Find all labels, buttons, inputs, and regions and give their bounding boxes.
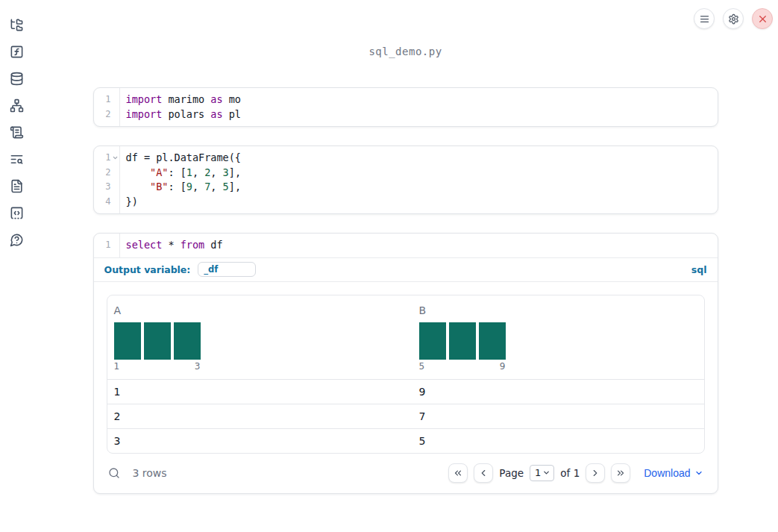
code-token: : [ [168,166,186,178]
table-cell: 1 [107,380,412,404]
histogram-bar [114,322,141,360]
table-cell: 9 [412,380,704,404]
line-number: 2 [105,166,110,181]
chevron-down-icon [542,469,550,477]
page-label: Page [499,467,524,479]
code-line: 1df = pl.DataFrame({ [94,151,718,166]
code-text: df = pl.DataFrame({ [119,151,241,166]
code-line: 1import marimo as mo [94,93,718,107]
code-text: "B": [9, 7, 5], [119,180,242,195]
histogram-axis: 59 [419,361,506,372]
database-icon[interactable] [3,65,30,92]
function-square-icon[interactable] [3,38,30,65]
code-token: df [204,239,222,251]
code-token: import [126,108,163,120]
code-token: "A" [150,166,168,178]
table-cell: 7 [412,404,704,428]
line-number-gutter: 1 [94,93,119,107]
line-number: 4 [105,195,110,210]
output-variable-label: Output variable: [104,264,191,275]
histogram-axis: 13 [114,361,201,372]
code-token: ], [229,166,241,178]
cell-output: A13B59 192735 3 rows [94,282,718,493]
line-number-gutter: 3 [94,180,119,195]
help-bubble-icon[interactable] [3,226,30,253]
code-token: , [210,181,222,193]
table-row[interactable]: 35 [107,428,704,453]
code-snippet-icon[interactable] [3,199,30,226]
fold-chevron-icon[interactable] [112,154,119,161]
table-row[interactable]: 19 [107,379,704,404]
page-select-value: 1 [535,467,541,478]
notebook-filename[interactable]: sql_demo.py [93,46,718,57]
code-token: as [210,108,222,120]
code-token: , [210,166,222,178]
histogram-bar [449,322,476,360]
download-button[interactable]: Download [644,467,703,479]
table-cell: 2 [107,404,412,428]
code-token: "B" [150,181,168,193]
chevron-down-icon [694,469,703,478]
histogram-bar [419,322,446,360]
code-token [126,166,151,178]
code-token: 9 [186,181,192,193]
column-header[interactable]: B59 [412,295,704,379]
line-number-gutter: 4 [94,195,119,210]
code-token: }) [126,195,138,207]
code-text: select * from df [119,238,223,253]
code-token: 5 [223,181,229,193]
last-page-button[interactable] [611,463,630,483]
code-token: , [192,181,204,193]
code-line: 3 "B": [9, 7, 5], [94,180,718,195]
language-badge[interactable]: sql [691,264,707,275]
column-header-label: B [419,304,704,316]
code-editor[interactable]: 1import marimo as mo2import polars as pl [94,88,718,126]
column-histogram [419,322,704,360]
column-header-label: A [114,304,412,316]
line-number-gutter: 2 [94,166,119,181]
code-text: "A": [1, 2, 3], [119,166,242,181]
code-cell-imports: 1import marimo as mo2import polars as pl [93,87,718,127]
code-line: 4}) [94,195,718,210]
notebook-main: sql_demo.py 1import marimo as mo2import … [33,0,778,532]
output-variable-row: Output variable: sql [94,258,718,282]
download-label: Download [644,467,690,479]
code-text: }) [119,195,138,210]
search-icon[interactable] [108,467,120,479]
line-number: 1 [105,238,110,253]
scroll-text-icon[interactable] [3,119,30,145]
network-graph-icon[interactable] [3,92,30,119]
table-footer: 3 rows Page 1 [107,463,705,484]
code-cell-dataframe: 1df = pl.DataFrame({2 "A": [1, 2, 3],3 "… [93,145,718,214]
line-number: 1 [105,151,110,166]
next-page-button[interactable] [586,463,605,483]
histogram-axis-label: 5 [419,361,425,372]
sql-code-editor[interactable]: 1select * from df [94,234,718,258]
table-row[interactable]: 27 [107,404,704,428]
helper-sidebar [0,0,33,532]
previous-page-button[interactable] [474,463,493,483]
first-page-button[interactable] [448,463,468,483]
code-token: 1 [186,166,192,178]
line-number: 1 [105,93,110,107]
text-search-icon[interactable] [3,145,30,172]
folder-tree-icon[interactable] [3,11,30,38]
line-number: 2 [105,107,110,122]
histogram-bar [174,322,201,360]
code-token: as [210,93,222,105]
table-header-row: A13B59 [107,295,704,379]
code-token: 3 [223,166,229,178]
code-editor[interactable]: 1df = pl.DataFrame({2 "A": [1, 2, 3],3 "… [94,146,718,213]
line-number-gutter: 2 [94,107,119,122]
output-variable-input[interactable] [198,262,256,277]
code-token: ], [229,181,241,193]
table-cell: 5 [412,429,704,453]
page-select[interactable]: 1 [530,465,554,481]
code-token: pl [223,108,241,120]
column-header[interactable]: A13 [107,295,412,379]
code-token: * [162,239,180,251]
line-number-gutter: 1 [94,238,119,253]
file-text-icon[interactable] [3,172,30,199]
histogram-bar [144,322,171,360]
code-line: 2import polars as pl [94,107,718,122]
